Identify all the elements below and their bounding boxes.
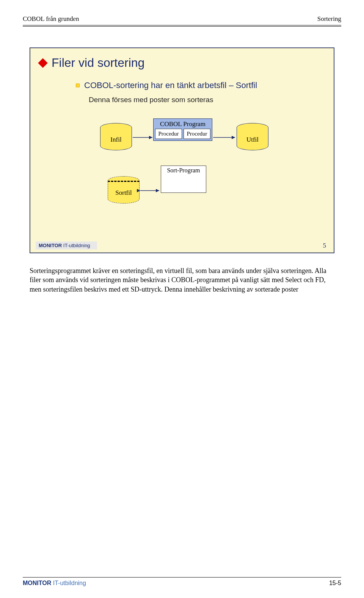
slide-diagram: Infil COBOL Program Procedur Procedur Ut… [39, 116, 325, 215]
infil-cylinder: Infil [100, 128, 132, 150]
body-paragraph: Sorteringsprogrammet kräver en sortering… [30, 266, 334, 294]
procedur-box-2: Procedur [184, 129, 210, 139]
header-divider [23, 25, 341, 27]
footer-brand: MONITOR IT-utbildning [23, 580, 86, 587]
cobol-program-box: COBOL Program Procedur Procedur [153, 118, 212, 141]
bullet2-text: Denna förses med poster som sorteras [89, 96, 213, 104]
slide-bullet-1: COBOL-sortering har en tänkt arbetsfil –… [76, 80, 325, 90]
slide-container: Filer vid sortering COBOL-sortering har … [30, 47, 334, 253]
bullet1-text: COBOL-sortering har en tänkt arbetsfil –… [84, 80, 257, 90]
sortfil-cylinder: Sortfil [108, 181, 140, 204]
sort-program-label: Sort-Program [167, 167, 200, 174]
utfil-cylinder: Utfil [237, 128, 268, 150]
page-footer: MONITOR IT-utbildning 15-5 [23, 577, 341, 587]
slide-bullet-2: Denna förses med poster som sorteras [89, 96, 325, 104]
header-right: Sortering [317, 15, 341, 23]
footer-divider [23, 577, 341, 577]
slide-brand-rest: IT-utbildning [62, 243, 90, 248]
utfil-label: Utfil [237, 136, 268, 144]
diamond-bullet-icon [38, 58, 47, 68]
page-header: COBOL från grunden Sortering [23, 15, 341, 24]
slide-page-number: 5 [323, 242, 326, 249]
header-left: COBOL från grunden [23, 15, 79, 23]
procedur-box-1: Procedur [155, 129, 182, 139]
square-bullet-icon [76, 84, 80, 87]
slide-footer: MONITOR IT-utbildning 5 [36, 241, 326, 249]
footer-brand-bold: MONITOR [23, 580, 51, 586]
sort-program-box: Sort-Program [161, 166, 206, 193]
slide-title: Filer vid sortering [39, 56, 325, 70]
infil-label: Infil [100, 136, 132, 144]
cobol-program-label: COBOL Program [154, 119, 212, 128]
footer-brand-rest: IT-utbildning [51, 580, 86, 586]
slide-brand-bold: MONITOR [39, 243, 62, 248]
footer-page-number: 15-5 [329, 580, 341, 587]
slide-title-text: Filer vid sortering [52, 56, 144, 70]
slide-footer-brand: MONITOR IT-utbildning [36, 241, 97, 249]
sortfil-label: Sortfil [108, 189, 140, 197]
